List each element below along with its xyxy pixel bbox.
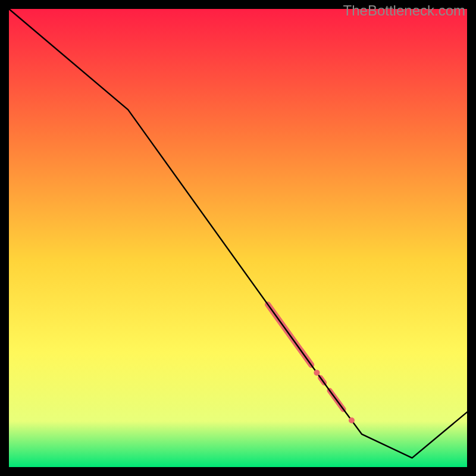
bottleneck-chart: TheBottleneck.com [0,0,476,476]
watermark-text: TheBottleneck.com [343,2,465,19]
highlight-dot [314,369,320,375]
highlight-dot [349,417,355,423]
plot-background [9,9,467,467]
chart-svg [0,0,476,476]
